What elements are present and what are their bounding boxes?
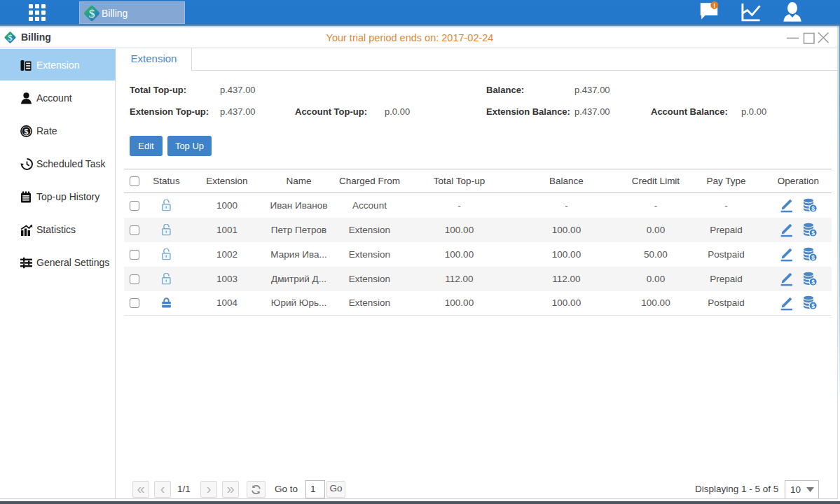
svg-text:!: ! [713,2,715,9]
svg-text:$: $ [25,127,29,136]
svg-text:$: $ [89,6,95,20]
